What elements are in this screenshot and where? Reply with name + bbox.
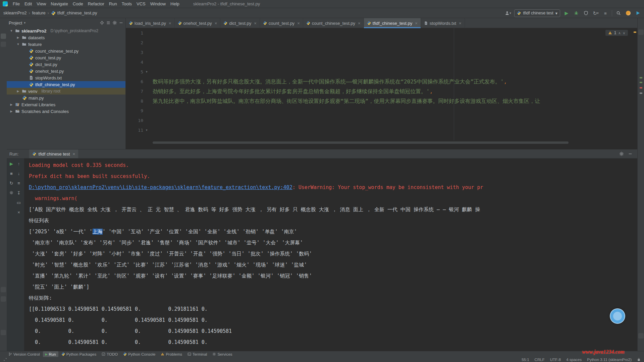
- menu-run[interactable]: Run: [107, 1, 119, 6]
- menu-vcs[interactable]: VCS: [134, 1, 148, 6]
- project-panel-title[interactable]: Project: [9, 20, 22, 25]
- run-console-tab[interactable]: tfidf chinese test ×: [29, 149, 78, 158]
- layout-corner-icon[interactable]: [3, 358, 7, 361]
- gear-icon[interactable]: [619, 152, 624, 156]
- menu-window[interactable]: Window: [148, 1, 168, 6]
- close-icon[interactable]: ×: [169, 21, 171, 26]
- commit-stripe-button[interactable]: [1, 42, 6, 47]
- structure-stripe-button[interactable]: [1, 296, 6, 302]
- problems-button[interactable]: Problems: [158, 351, 184, 357]
- python-console-button[interactable]: Python Console: [121, 351, 158, 357]
- tab-tfidf-chinese-test[interactable]: tfidf_chinese_test.py×: [364, 18, 421, 28]
- python-packages-button[interactable]: Python Packages: [59, 351, 99, 357]
- tab-onehot-test[interactable]: onehot_test.py×: [175, 18, 221, 28]
- tab-count-test[interactable]: count_test.py×: [260, 18, 303, 28]
- lock-icon[interactable]: [637, 358, 641, 361]
- breadcrumb-folder[interactable]: feature: [32, 10, 45, 15]
- menu-navigate[interactable]: Navigate: [48, 1, 70, 6]
- tree-item-count-chinese-test[interactable]: count_chinese_test.py: [7, 48, 125, 54]
- menu-refactor[interactable]: Refactor: [86, 1, 107, 6]
- locate-file-icon[interactable]: [100, 20, 104, 25]
- debug-button[interactable]: [573, 10, 580, 16]
- profiler-button[interactable]: ↻▾: [592, 10, 599, 16]
- line-separator[interactable]: CRLF: [535, 358, 545, 362]
- terminal-button[interactable]: Terminal: [185, 351, 209, 357]
- search-everywhere-icon[interactable]: [615, 10, 622, 16]
- services-button[interactable]: Services: [210, 351, 234, 357]
- tree-item-feature[interactable]: ▼ feature: [7, 41, 125, 48]
- tree-item-onehot-test[interactable]: onehot_test.py: [7, 68, 125, 74]
- caret-position[interactable]: 55:1: [522, 358, 529, 362]
- file-link[interactable]: D:\python_pro\sklearnPro2\venv\Lib\site-…: [29, 184, 292, 190]
- tree-item-dict-test[interactable]: dict_test.py: [7, 61, 125, 68]
- run-config-selector[interactable]: tfidf chinese test ▾: [514, 9, 560, 17]
- warning-stripe-mark[interactable]: [634, 32, 636, 33]
- chevron-down-icon[interactable]: ▼: [16, 43, 20, 46]
- tab-dict-test[interactable]: dict_test.py×: [220, 18, 260, 28]
- chevron-right-icon[interactable]: ▶: [16, 89, 20, 93]
- version-control-button[interactable]: Version Control: [6, 351, 42, 357]
- menu-tools[interactable]: Tools: [119, 1, 134, 6]
- menu-code[interactable]: Code: [70, 1, 86, 6]
- clear-console-icon[interactable]: ×: [15, 209, 22, 216]
- run-button[interactable]: ▶: [563, 10, 570, 16]
- sciview-stripe-button[interactable]: [1, 330, 6, 335]
- close-icon[interactable]: ×: [215, 21, 217, 26]
- print-icon[interactable]: ▭: [15, 199, 22, 206]
- restart-icon[interactable]: ↻: [8, 180, 15, 186]
- notifications-stripe-button[interactable]: [638, 29, 644, 35]
- close-icon[interactable]: ×: [358, 21, 361, 26]
- tree-item-venv[interactable]: ▶ venv library root: [7, 88, 125, 95]
- fold-marker[interactable]: ▾: [146, 125, 148, 135]
- tree-item-project-root[interactable]: ▼ sklearnPro2 D:\python_pro\sklearnPro2: [7, 27, 125, 34]
- next-issue-icon[interactable]: ∨: [623, 31, 625, 35]
- tree-item-tfidf-chinese-test[interactable]: tfidf_chinese_test.py: [7, 81, 125, 88]
- ide-plugin-icon[interactable]: [635, 10, 641, 16]
- scroll-to-end-icon[interactable]: ↧: [15, 189, 22, 196]
- floating-chat-button[interactable]: [610, 308, 625, 324]
- tree-item-main[interactable]: main.py: [7, 95, 125, 101]
- close-icon[interactable]: ×: [72, 152, 75, 157]
- tab-count-chinese-test[interactable]: count_chinese_test.py×: [303, 18, 364, 28]
- tree-item-datasets[interactable]: ▶ datasets: [7, 34, 125, 41]
- soft-wrap-icon[interactable]: ≡: [15, 180, 22, 186]
- chevron-right-icon[interactable]: ▶: [16, 36, 20, 39]
- menu-help[interactable]: Help: [168, 1, 182, 6]
- project-stripe-button[interactable]: [1, 34, 6, 39]
- up-stack-icon[interactable]: ↑: [15, 160, 22, 167]
- menu-edit[interactable]: Edit: [22, 1, 34, 6]
- coverage-button[interactable]: [583, 10, 589, 16]
- breadcrumb-file[interactable]: tfidf_chinese_test.py: [57, 10, 97, 15]
- close-icon[interactable]: ×: [415, 21, 418, 26]
- close-icon[interactable]: ×: [459, 21, 462, 26]
- bookmarks-stripe-button[interactable]: [1, 287, 6, 292]
- gear-icon[interactable]: [112, 20, 117, 25]
- menu-file[interactable]: File: [10, 1, 22, 6]
- prev-issue-icon[interactable]: ∧: [618, 31, 621, 35]
- orange-badge-icon[interactable]: [625, 10, 632, 16]
- settings-gear-icon[interactable]: [8, 189, 15, 196]
- close-icon[interactable]: ×: [297, 21, 300, 26]
- chevron-down-icon[interactable]: ▼: [9, 29, 13, 33]
- chevron-right-icon[interactable]: ▶: [9, 110, 13, 113]
- todo-button[interactable]: TODO: [99, 351, 120, 357]
- down-stack-icon[interactable]: ↓: [15, 170, 22, 177]
- hide-panel-icon[interactable]: [119, 20, 123, 25]
- stop-icon[interactable]: ■: [8, 170, 15, 177]
- console-output[interactable]: Loading model cost 0.335 seconds. Prefix…: [24, 158, 637, 351]
- breadcrumb-project[interactable]: sklearnPro2: [3, 10, 26, 15]
- tree-item-count-test[interactable]: count_test.py: [7, 54, 125, 61]
- close-icon[interactable]: ×: [254, 21, 257, 26]
- tree-item-stopwords[interactable]: stopWords.txt: [7, 74, 125, 81]
- stop-button[interactable]: ■: [602, 10, 609, 16]
- user-profile-icon[interactable]: ▾: [504, 10, 511, 16]
- database-stripe-button[interactable]: [638, 333, 644, 339]
- inspections-widget[interactable]: 1 ∧ ∨: [605, 30, 628, 36]
- collapse-all-icon[interactable]: [106, 20, 111, 25]
- tab-load-iris-test[interactable]: load_iris_test.py×: [126, 18, 175, 28]
- indent-setting[interactable]: 4 spaces: [566, 358, 582, 362]
- hide-panel-icon[interactable]: [628, 152, 633, 156]
- fold-marker[interactable]: ▾: [146, 67, 148, 77]
- run-tool-button[interactable]: ▶Run: [43, 351, 58, 357]
- tab-stopwords[interactable]: stopWords.txt×: [421, 18, 465, 28]
